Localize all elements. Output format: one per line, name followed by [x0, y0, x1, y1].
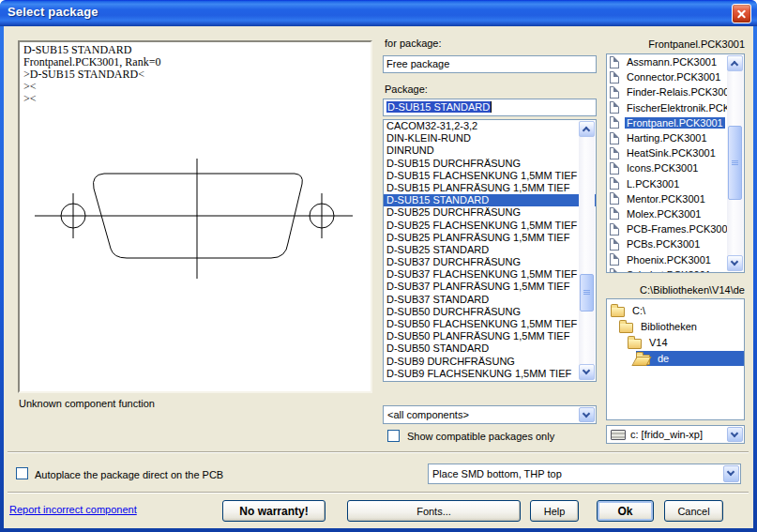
- package-list-item[interactable]: D-SUB37 DURCHFRÄSUNG: [384, 256, 596, 268]
- file-list-item[interactable]: Schukat.PCK3001: [607, 267, 728, 273]
- directory-tree-item[interactable]: C:\: [607, 302, 744, 318]
- file-list-item[interactable]: Mentor.PCK3001: [607, 191, 728, 206]
- file-list-item[interactable]: Assmann.PCK3001: [607, 54, 728, 69]
- folder-icon: [628, 339, 642, 349]
- file-list-item[interactable]: L.PCK3001: [607, 176, 728, 191]
- chevron-down-icon: [731, 430, 738, 437]
- package-list-item[interactable]: DINRUND: [384, 144, 596, 157]
- package-list-item[interactable]: D-SUB25 DURCHFRÄSUNG: [384, 206, 596, 219]
- file-list-item[interactable]: Finder-Relais.PCK3001: [607, 84, 728, 99]
- file-list-item[interactable]: Molex.PCK3001: [607, 206, 728, 221]
- package-list-item[interactable]: D-SUB9 FLACHSENKUNG 1,5MM TIEF: [384, 368, 596, 380]
- component-filter-combo[interactable]: <all components>: [383, 405, 597, 424]
- package-list-item[interactable]: D-SUB15 DURCHFRÄSUNG: [384, 158, 596, 170]
- drive-icon: [611, 430, 626, 440]
- autoplace-checkbox[interactable]: [16, 467, 28, 479]
- package-list-item[interactable]: D-SUB15 STANDARD: [384, 194, 596, 206]
- package-name-input[interactable]: D-SUB15 STANDARD: [383, 99, 597, 116]
- package-list-item[interactable]: D-SUB9 DURCHFRÄSUNG: [384, 356, 596, 368]
- scroll-up-button[interactable]: [727, 55, 743, 71]
- package-list-scrollbar[interactable]: [579, 121, 595, 380]
- package-file-header: Frontpanel.PCK3001: [648, 38, 745, 50]
- close-icon: [733, 5, 750, 23]
- file-icon: [610, 116, 619, 129]
- file-icon: [610, 223, 619, 236]
- file-list-scrollbar[interactable]: [727, 55, 743, 271]
- package-list-item[interactable]: D-SUB37 STANDARD: [384, 294, 596, 306]
- folder-open-icon: [636, 355, 650, 365]
- package-file-list[interactable]: Assmann.PCK3001 Connector.PCK3001 Finder…: [606, 53, 745, 273]
- package-list-item[interactable]: DIN-KLEIN-RUND: [384, 132, 596, 144]
- divider: [8, 492, 749, 494]
- package-drawing: [20, 42, 371, 391]
- scroll-up-button[interactable]: [579, 121, 595, 137]
- scroll-thumb[interactable]: [728, 126, 742, 200]
- divider: [8, 451, 749, 453]
- help-button[interactable]: Help: [530, 500, 579, 522]
- combo-arrow-button[interactable]: [723, 465, 739, 482]
- ok-button[interactable]: Ok: [597, 500, 654, 522]
- file-list-item[interactable]: Harting.PCK3001: [607, 130, 728, 145]
- chevron-up-icon: [731, 61, 738, 68]
- package-list-item[interactable]: CACOM32-31,2-3,2: [384, 120, 596, 132]
- fonts-button[interactable]: Fonts...: [347, 500, 521, 522]
- package-label: Package:: [385, 84, 428, 95]
- titlebar[interactable]: Select package: [0, 0, 757, 26]
- directory-tree[interactable]: C:\ Bibliotheken V14 de: [606, 298, 745, 420]
- component-filter-value: <all components>: [387, 409, 469, 420]
- close-button[interactable]: [732, 4, 751, 23]
- report-link[interactable]: Report incorrect component: [9, 504, 137, 515]
- chevron-down-icon: [727, 468, 734, 476]
- file-icon: [610, 86, 619, 99]
- scroll-thumb[interactable]: [580, 274, 594, 312]
- no-warranty-button[interactable]: No warranty!: [222, 500, 326, 522]
- file-icon: [610, 147, 619, 160]
- chevron-down-icon: [731, 258, 738, 266]
- file-list-item[interactable]: Connector.PCK3001: [607, 69, 728, 84]
- placement-combo[interactable]: Place SMD bottom, THP top: [428, 464, 741, 484]
- package-list-item[interactable]: D-SUB50 PLANFRÄSUNG 1,5MM TIEF: [384, 330, 596, 342]
- package-list-item[interactable]: D-SUB25 FLACHSENKUNG 1,5MM TIEF: [384, 220, 596, 232]
- for-package-field[interactable]: Free package: [383, 55, 597, 73]
- file-list-item[interactable]: Phoenix.PCK3001: [607, 251, 728, 266]
- package-list-item[interactable]: D-SUB50 DURCHFRÄSUNG: [384, 306, 596, 318]
- file-icon: [610, 71, 619, 84]
- scroll-down-button[interactable]: [727, 255, 743, 271]
- chevron-down-icon: [583, 410, 590, 418]
- file-icon: [610, 101, 619, 114]
- select-package-dialog: Select package D-SUB15 STANDARD Frontpan…: [0, 0, 757, 532]
- text-caret: [491, 101, 492, 113]
- package-list-item[interactable]: D-SUB50 STANDARD: [384, 342, 596, 355]
- show-compatible-checkbox[interactable]: [387, 430, 400, 442]
- package-list-item[interactable]: D-SUB37 FLACHSENKUNG 1,5MM TIEF: [384, 268, 596, 281]
- show-compatible-label: Show compatible packages only: [407, 431, 554, 442]
- package-list-item[interactable]: D-SUB15 PLANFRÄSUNG 1,5MM TIEF: [384, 182, 596, 194]
- combo-arrow-button[interactable]: [727, 427, 743, 442]
- file-list-item[interactable]: HeatSink.PCK3001: [607, 145, 728, 160]
- package-list-item[interactable]: D-SUB25 STANDARD: [384, 244, 596, 256]
- file-list-item[interactable]: FischerElektronik.PCK3001: [607, 100, 728, 115]
- file-icon: [610, 268, 619, 273]
- drive-combo[interactable]: c: [frido_win-xp]: [606, 425, 745, 444]
- directory-tree-item[interactable]: Bibliotheken: [607, 318, 744, 334]
- package-list-item[interactable]: D-SUB15 FLACHSENKUNG 1,5MM TIEF: [384, 170, 596, 182]
- combo-arrow-button[interactable]: [579, 407, 595, 422]
- cancel-button[interactable]: Cancel: [664, 500, 723, 522]
- package-preview-panel: D-SUB15 STANDARD Frontpanel.PCK3001, Ran…: [18, 40, 372, 393]
- package-list-item[interactable]: D-SUB50 FLACHSENKUNG 1,5MM TIEF: [384, 318, 596, 330]
- file-list-item[interactable]: PCB-Frames.PCK3001: [607, 221, 728, 236]
- file-icon: [610, 207, 619, 220]
- file-list-item[interactable]: Frontpanel.PCK3001: [607, 115, 728, 130]
- directory-tree-item[interactable]: de: [607, 350, 744, 366]
- file-icon: [610, 253, 619, 266]
- package-list-item[interactable]: D-SUB25 PLANFRÄSUNG 1,5MM TIEF: [384, 232, 596, 244]
- folder-icon: [611, 307, 625, 317]
- package-list-item[interactable]: D-SUB37 PLANFRÄSUNG 1,5MM TIEF: [384, 281, 596, 293]
- package-listbox[interactable]: CACOM32-31,2-3,2 DIN-KLEIN-RUND DINRUND …: [383, 119, 597, 382]
- dialog-body: D-SUB15 STANDARD Frontpanel.PCK3001, Ran…: [4, 26, 753, 528]
- file-list-item[interactable]: PCBs.PCK3001: [607, 236, 728, 251]
- file-list-item[interactable]: Icons.PCK3001: [607, 160, 728, 175]
- directory-tree-item[interactable]: V14: [607, 334, 744, 350]
- scroll-down-button[interactable]: [579, 364, 595, 380]
- autoplace-label: Autoplace the package direct on the PCB: [35, 469, 223, 480]
